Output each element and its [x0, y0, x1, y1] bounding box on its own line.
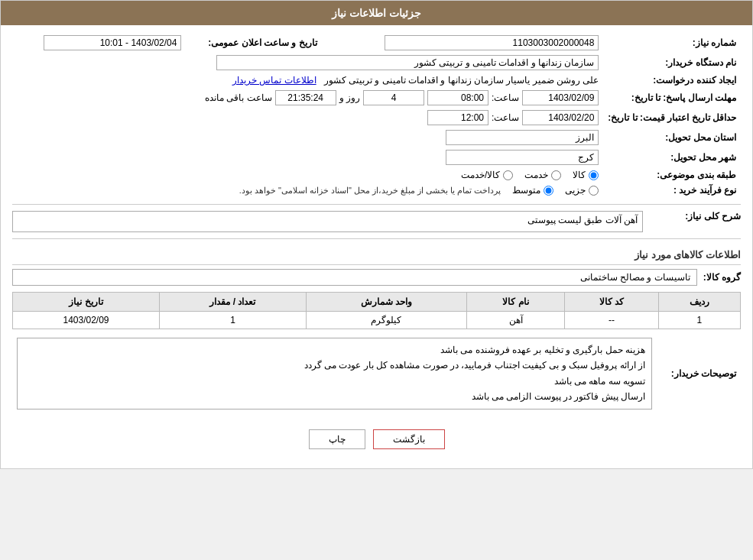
- process-motevaset-label: متوسط: [512, 185, 540, 196]
- col-code: کد کالا: [564, 293, 658, 312]
- category-radio-kala[interactable]: [589, 170, 599, 180]
- divider-1: [12, 204, 741, 205]
- row-province: استان محل تحویل: البرز: [12, 128, 741, 147]
- cell-code: --: [564, 312, 658, 329]
- process-radio-group: جزیی متوسط: [512, 185, 599, 196]
- goods-group-label: گروه کالا:: [703, 272, 741, 283]
- remaining-days-label: روز و: [339, 92, 360, 103]
- remaining-days-value: 4: [363, 90, 424, 105]
- requester-label: ایجاد کننده درخواست:: [603, 73, 741, 88]
- category-radio-kala-khedmat[interactable]: [503, 170, 513, 180]
- goods-info-title: اطلاعات کالاهای مورد نیاز: [12, 245, 741, 265]
- short-desc-label: شرح کلی نیاز:: [649, 211, 741, 222]
- process-option-jozi: جزیی: [565, 185, 599, 196]
- row-category: طبقه بندی موضوعی: کالا خدمت: [12, 167, 741, 183]
- goods-group-value: تاسیسات و مصالح ساختمانی: [12, 269, 697, 286]
- city-label: شهر محل تحویل:: [603, 147, 741, 167]
- row-process: نوع فرآیند خرید : جزیی متوسط: [12, 183, 741, 198]
- price-time-label: ساعت:: [492, 112, 519, 123]
- price-datetime-row: 1403/02/20 ساعت: 12:00: [17, 110, 599, 125]
- buttons-row: بازگشت چاپ: [12, 418, 741, 461]
- category-kala-label: کالا: [573, 170, 586, 180]
- category-kala-khedmat-label: کالا/خدمت: [461, 170, 500, 180]
- short-desc-section: شرح کلی نیاز: آهن آلات طبق لیست پیوستی: [12, 211, 741, 232]
- row-buyer-org: نام دستگاه خریدار: سازمان زندانها و اقدا…: [12, 53, 741, 73]
- price-time-value: 12:00: [427, 110, 488, 125]
- col-qty: تعداد / مقدار: [160, 293, 307, 312]
- cell-name: آهن: [467, 312, 565, 329]
- process-note: پرداخت تمام یا بخشی از مبلغ خرید،از محل …: [239, 186, 501, 196]
- buyer-notes-value: هزینه حمل بارگیری و تخلیه بر عهده فروشند…: [17, 338, 652, 409]
- row-need-number: شماره نیاز: 1103003002000048 تاریخ و ساع…: [12, 33, 741, 53]
- announce-date-value: 1403/02/04 - 10:01: [44, 35, 181, 50]
- category-option-kala-khedmat: کالا/خدمت: [461, 170, 513, 180]
- reply-datetime-row: 1403/02/09 ساعت: 08:00 4 روز و 21:35:24 …: [17, 90, 599, 105]
- page-container: جزئیات اطلاعات نیاز شماره نیاز: 11030030…: [0, 0, 753, 469]
- province-value: البرز: [446, 130, 599, 145]
- col-rownum: ردیف: [658, 293, 740, 312]
- category-radio-group: کالا خدمت کالا/خدمت: [17, 170, 599, 180]
- page-header: جزئیات اطلاعات نیاز: [1, 1, 752, 25]
- row-price-deadline: حداقل تاریخ اعتبار قیمت: تا تاریخ: 1403/…: [12, 108, 741, 128]
- announce-date-label: تاریخ و ساعت اعلان عمومی:: [186, 33, 339, 53]
- process-label: نوع فرآیند خرید :: [603, 183, 741, 198]
- short-desc-value: آهن آلات طبق لیست پیوستی: [12, 211, 643, 232]
- print-button[interactable]: چاپ: [309, 429, 365, 449]
- goods-table-header: ردیف کد کالا نام کالا واحد شمارش تعداد /…: [13, 293, 741, 312]
- row-city: شهر محل تحویل: کرج: [12, 147, 741, 167]
- goods-group-row: گروه کالا: تاسیسات و مصالح ساختمانی: [12, 269, 741, 286]
- return-button[interactable]: بازگشت: [373, 429, 445, 449]
- process-radio-motevaset[interactable]: [544, 186, 553, 196]
- process-jozi-label: جزیی: [565, 185, 586, 196]
- buyer-org-value: سازمان زندانها و اقدامات تامینی و تربیتی…: [216, 55, 599, 70]
- info-table: شماره نیاز: 1103003002000048 تاریخ و ساع…: [12, 33, 741, 198]
- reply-time-label: ساعت:: [492, 92, 519, 103]
- page-title: جزئیات اطلاعات نیاز: [332, 7, 421, 19]
- col-unit: واحد شمارش: [306, 293, 466, 312]
- contact-link[interactable]: اطلاعات تماس خریدار: [232, 75, 316, 86]
- cell-rownum: 1: [658, 312, 740, 329]
- process-option-motevaset: متوسط: [512, 185, 553, 196]
- col-name: نام کالا: [467, 293, 565, 312]
- province-label: استان محل تحویل:: [603, 128, 741, 147]
- row-requester: ایجاد کننده درخواست: علی روشن ضمیر یاسیا…: [12, 73, 741, 88]
- col-date: تاریخ نیاز: [13, 293, 160, 312]
- requester-value: علی روشن ضمیر یاسیار سازمان زندانها و اق…: [324, 75, 599, 86]
- city-value: کرج: [446, 150, 599, 165]
- buyer-notes-table: توصیحات خریدار: هزینه حمل بارگیری و تخلی…: [12, 335, 741, 412]
- cell-unit: کیلوگرم: [306, 312, 466, 329]
- buyer-notes-label: توصیحات خریدار:: [657, 335, 741, 412]
- buyer-org-label: نام دستگاه خریدار:: [603, 53, 741, 73]
- reply-time-value: 08:00: [427, 90, 488, 105]
- table-row: 1 -- آهن کیلوگرم 1 1403/02/09: [13, 312, 741, 329]
- need-number-value: 1103003002000048: [385, 35, 599, 50]
- process-row: جزیی متوسط پرداخت تمام یا بخشی از مبلغ خ…: [17, 185, 599, 196]
- goods-table-header-row: ردیف کد کالا نام کالا واحد شمارش تعداد /…: [13, 293, 741, 312]
- cell-qty: 1: [160, 312, 307, 329]
- remaining-time-label: ساعت باقی مانده: [205, 92, 272, 103]
- reply-deadline-label: مهلت ارسال پاسخ: تا تاریخ:: [603, 88, 741, 108]
- cell-date: 1403/02/09: [13, 312, 160, 329]
- price-deadline-label: حداقل تاریخ اعتبار قیمت: تا تاریخ:: [603, 108, 741, 128]
- remaining-time-value: 21:35:24: [275, 90, 336, 105]
- buyer-notes-row: توصیحات خریدار: هزینه حمل بارگیری و تخلی…: [12, 335, 741, 412]
- category-option-kala: کالا: [573, 170, 599, 180]
- category-option-khedmat: خدمت: [524, 170, 561, 180]
- need-number-label: شماره نیاز:: [603, 33, 741, 53]
- category-radio-khedmat[interactable]: [551, 170, 561, 180]
- category-label: طبقه بندی موضوعی:: [603, 167, 741, 183]
- category-khedmat-label: خدمت: [524, 170, 548, 180]
- row-reply-deadline: مهلت ارسال پاسخ: تا تاریخ: 1403/02/09 سا…: [12, 88, 741, 108]
- reply-date-value: 1403/02/09: [522, 90, 599, 105]
- divider-2: [12, 238, 741, 239]
- content-area: شماره نیاز: 1103003002000048 تاریخ و ساع…: [1, 25, 752, 468]
- goods-table-body: 1 -- آهن کیلوگرم 1 1403/02/09: [13, 312, 741, 329]
- goods-table: ردیف کد کالا نام کالا واحد شمارش تعداد /…: [12, 292, 741, 329]
- process-radio-jozi[interactable]: [589, 186, 599, 196]
- price-date-value: 1403/02/20: [522, 110, 599, 125]
